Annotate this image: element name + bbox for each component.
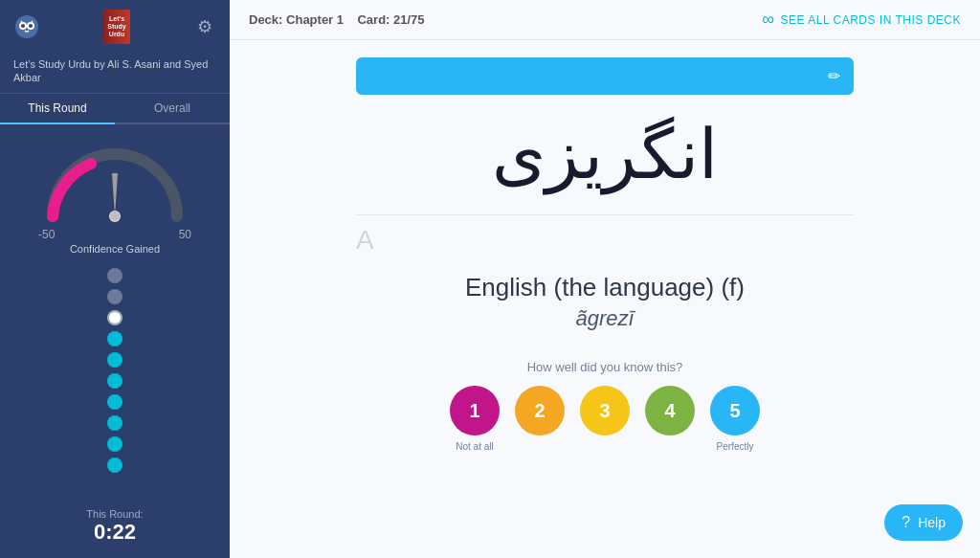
round-tabs: This Round Overall <box>0 94 230 124</box>
card-header-bar: ✏ <box>356 57 854 95</box>
rating-label-1: Not at all <box>450 441 500 452</box>
rating-btn-4[interactable]: 4 <box>645 386 695 435</box>
rating-buttons: 1 2 3 4 5 <box>450 386 760 435</box>
dot-8 <box>107 415 122 431</box>
dot-9 <box>107 436 122 452</box>
confidence-gauge: -50 50 Confidence Gained <box>0 124 230 262</box>
book-icon[interactable]: Let's Study Urdu <box>103 10 130 44</box>
deck-name: Chapter 1 <box>286 12 344 27</box>
svg-point-4 <box>29 24 33 28</box>
rating-label-5: Perfectly <box>710 441 760 452</box>
dot-4 <box>107 331 122 346</box>
dot-3 <box>107 310 122 325</box>
rating-label-4 <box>645 441 695 452</box>
edit-icon[interactable]: ✏ <box>828 67 840 85</box>
book-title: Let's Study Urdu by Ali S. Asani and Sye… <box>0 54 230 94</box>
svg-point-7 <box>110 212 120 221</box>
translation-hint: A <box>356 225 374 256</box>
rating-question: How well did you know this? <box>527 360 683 374</box>
dot-7 <box>107 394 122 410</box>
dot-2 <box>107 289 122 304</box>
svg-point-0 <box>15 15 38 38</box>
tab-overall[interactable]: Overall <box>115 94 230 123</box>
card-value: 21/75 <box>393 12 425 27</box>
rating-btn-5[interactable]: 5 <box>710 386 760 435</box>
timer-section: This Round: 0:22 <box>86 499 143 558</box>
rating-labels: Not at all Perfectly <box>450 441 760 452</box>
sidebar-header: Let's Study Urdu ⚙ <box>0 0 230 54</box>
svg-point-3 <box>21 24 25 28</box>
main-content: Deck: Chapter 1 Card: 21/75 ∞ SEE ALL CA… <box>230 0 980 558</box>
dot-10 <box>107 458 122 473</box>
infinity-icon: ∞ <box>762 10 774 30</box>
tab-this-round[interactable]: This Round <box>0 94 115 124</box>
see-all-link[interactable]: ∞ SEE ALL CARDS IN THIS DECK <box>762 10 961 30</box>
confidence-label: Confidence Gained <box>70 243 160 255</box>
english-text: English (the language) (f) <box>465 273 745 302</box>
help-icon: ? <box>902 514 910 531</box>
dot-6 <box>107 373 122 389</box>
svg-marker-6 <box>112 173 118 216</box>
rating-label-2 <box>515 441 565 452</box>
deck-info: Deck: Chapter 1 Card: 21/75 <box>249 12 425 27</box>
help-button[interactable]: ? Help <box>884 504 963 541</box>
deck-label: Deck: <box>249 12 282 27</box>
dot-5 <box>107 352 122 368</box>
timer-value: 0:22 <box>86 520 143 545</box>
settings-icon[interactable]: ⚙ <box>193 15 216 38</box>
card-area: ✏ انگریزی A English (the language) (f) ã… <box>230 40 980 558</box>
dot-1 <box>107 268 122 283</box>
progress-dots <box>107 268 122 499</box>
app-logo <box>13 13 40 40</box>
rating-section: How well did you know this? 1 2 3 4 5 No… <box>450 360 760 452</box>
card-label: Card: <box>357 12 390 27</box>
sidebar: Let's Study Urdu ⚙ Let's Study Urdu by A… <box>0 0 230 558</box>
romanized-text: ãgrezī <box>575 306 634 331</box>
card-divider <box>356 214 854 215</box>
rating-btn-3[interactable]: 3 <box>580 386 630 435</box>
top-bar: Deck: Chapter 1 Card: 21/75 ∞ SEE ALL CA… <box>230 0 980 40</box>
timer-label: This Round: <box>86 508 143 520</box>
urdu-text: انگریزی <box>492 114 718 195</box>
rating-btn-2[interactable]: 2 <box>515 386 565 435</box>
gauge-min: -50 <box>38 228 55 241</box>
gauge-visual <box>38 140 191 226</box>
gauge-labels: -50 50 <box>38 228 191 241</box>
rating-btn-1[interactable]: 1 <box>450 386 500 435</box>
gauge-max: 50 <box>179 228 191 241</box>
see-all-text: SEE ALL CARDS IN THIS DECK <box>781 13 961 27</box>
rating-label-3 <box>580 441 630 452</box>
help-label: Help <box>918 515 946 530</box>
